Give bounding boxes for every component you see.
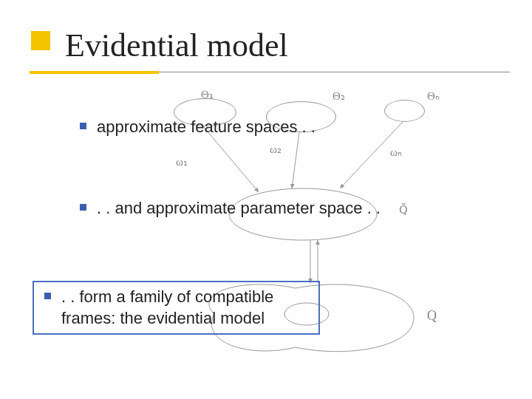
bullet-2-text: . . and approximate parameter space . . [97,198,381,219]
bullet-3-boxed: . . form a family of compatible frames: … [33,281,320,335]
bullet-3-text: . . form a family of compatible frames: … [61,287,305,329]
svg-line-1 [292,132,299,188]
bullet-2: . . and approximate parameter space . . [80,198,381,219]
svg-line-2 [340,122,403,188]
bullet-icon [44,293,51,299]
slide-title: Evidential model [65,27,288,64]
bullet-icon [80,204,86,211]
label-omega1: ω₁ [176,155,188,168]
label-qtilde: Q̃ [399,203,408,216]
bullet-icon [80,123,86,129]
label-thetan: Θₙ [427,89,440,103]
accent-square [31,31,50,50]
title-underline [30,72,510,72]
label-theta2: Θ₂ [332,89,345,103]
label-omega2: ω₂ [270,143,282,156]
label-omegan: ωₙ [390,146,402,159]
label-q: Q [427,308,437,324]
slide-header: Evidential model [0,31,532,90]
bullet-1: approximate feature spaces . . [80,117,316,138]
bullet-1-text: approximate feature spaces . . [97,117,316,138]
ellipse-thetan [384,100,425,122]
